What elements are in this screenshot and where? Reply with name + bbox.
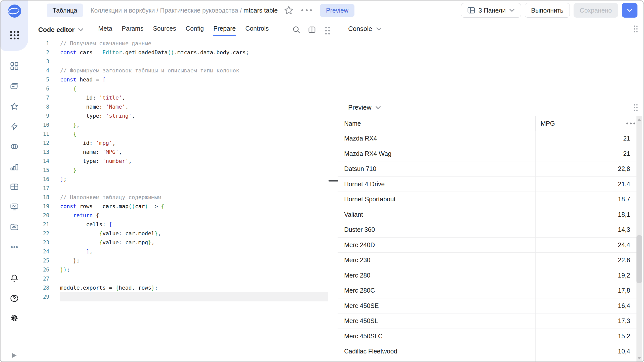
collections-icon[interactable] (10, 82, 19, 90)
preview-scrollbar[interactable] (636, 116, 642, 361)
code-text[interactable] (60, 274, 328, 283)
code-line[interactable]: 19const rows = cars.map((car) => { (28, 202, 328, 211)
code-text[interactable]: return { (60, 211, 328, 220)
console-drag-handle-icon[interactable] (632, 25, 639, 33)
scroll-up-icon[interactable] (637, 118, 641, 121)
table-options-icon[interactable] (626, 123, 635, 124)
code-text[interactable]: type: 'string', (60, 111, 328, 120)
monitoring-icon[interactable] (10, 203, 19, 211)
code-line[interactable]: 24 ], (28, 247, 328, 256)
scrollbar-thumb[interactable] (636, 235, 642, 283)
code-text[interactable]: const head = [ (60, 75, 328, 84)
code-line[interactable]: 6 { (28, 84, 328, 93)
favorite-star-icon[interactable] (284, 5, 294, 15)
code-line[interactable]: 23 {value: car.mpg}, (28, 238, 328, 247)
code-line[interactable]: 3 (28, 57, 328, 66)
splitter-handle[interactable] (329, 180, 338, 182)
code-line[interactable]: 4// Формируем заголовок таблицы и описыв… (28, 66, 328, 75)
code-text[interactable]: {value: car.mpg}, (60, 238, 328, 247)
preview-title[interactable]: Preview (348, 104, 371, 111)
code-text[interactable]: cells: [ (60, 220, 328, 229)
dashboards-icon[interactable] (10, 62, 19, 70)
tab-config[interactable]: Config (185, 23, 204, 36)
code-line[interactable]: 7 id: 'title', (28, 93, 328, 102)
code-text[interactable]: // Наполняем таблицу содержимым (60, 193, 328, 202)
panels-layout-button[interactable]: 3 Панели (461, 3, 521, 18)
code-text[interactable]: }; (60, 256, 328, 265)
doc-type-tab[interactable]: Таблица (47, 4, 83, 17)
code-line[interactable]: 18// Наполняем таблицу содержимым (28, 193, 328, 202)
breadcrumb[interactable]: Коллекции и воркбуки / Практические руко… (91, 7, 278, 14)
tab-sources[interactable]: Sources (152, 23, 177, 36)
code-line[interactable]: 2const cars = Editor.getLoadedData().mtc… (28, 48, 328, 57)
tab-meta[interactable]: Meta (98, 23, 113, 36)
connections-lightning-icon[interactable] (10, 122, 19, 131)
code-text[interactable]: type: 'number', (60, 157, 328, 166)
code-line[interactable]: 27 (28, 274, 328, 283)
code-text[interactable]: { (60, 84, 328, 93)
drag-handle-icon[interactable] (324, 26, 332, 34)
code-text[interactable]: id: 'title', (60, 93, 328, 102)
code-line[interactable]: 10 }, (28, 120, 328, 129)
code-text[interactable]: module.exports = {head, rows}; (60, 283, 328, 292)
code-line[interactable]: 29 (28, 292, 328, 301)
code-line[interactable]: 17 (28, 184, 328, 193)
code-text[interactable]: name: 'Name', (60, 102, 328, 111)
code-text[interactable] (60, 57, 328, 66)
code-line[interactable]: 14 type: 'number', (28, 157, 328, 166)
code-line[interactable]: 25 }; (28, 256, 328, 265)
code-text[interactable] (60, 184, 328, 193)
charts-icon[interactable] (10, 162, 19, 171)
code-line[interactable]: 26}); (28, 265, 328, 274)
panel-splitter[interactable] (333, 20, 337, 361)
apps-grid-icon[interactable] (10, 31, 19, 40)
save-dropdown-button[interactable] (622, 3, 637, 18)
code-text[interactable]: const cars = Editor.getLoadedData().mtca… (60, 48, 328, 57)
console-title[interactable]: Console (348, 25, 372, 33)
tab-params[interactable]: Params (121, 23, 144, 36)
code-lines[interactable]: 1// Получаем скачанные данные2const cars… (28, 39, 328, 361)
column-header-mpg[interactable]: MPG (536, 116, 637, 131)
code-line[interactable]: 21 cells: [ (28, 220, 328, 229)
column-header-name[interactable]: Name (338, 116, 536, 131)
code-line[interactable]: 13 name: 'MPG', (28, 148, 328, 157)
chevron-down-icon[interactable] (375, 106, 381, 109)
code-text[interactable]: ]; (60, 175, 328, 184)
code-line[interactable]: 15 } (28, 166, 328, 175)
code-line[interactable]: 5const head = [ (28, 75, 328, 84)
code-text[interactable]: { (60, 129, 328, 139)
code-line[interactable]: 8 name: 'Name', (28, 102, 328, 111)
more-items-icon[interactable] (10, 243, 19, 251)
storage-folder-icon[interactable] (10, 223, 19, 231)
code-text[interactable]: id: 'mpg', (60, 139, 328, 148)
help-icon[interactable] (10, 294, 19, 303)
code-text[interactable]: ], (60, 247, 328, 256)
split-view-icon[interactable] (308, 26, 316, 34)
chevron-down-icon[interactable] (376, 27, 382, 31)
datasets-icon[interactable] (10, 142, 19, 151)
tab-controls[interactable]: Controls (245, 23, 269, 36)
more-actions-icon[interactable] (301, 9, 312, 11)
code-text[interactable]: // Получаем скачанные данные (60, 39, 328, 48)
preview-drag-handle-icon[interactable] (632, 103, 639, 112)
code-line[interactable]: 16]; (28, 175, 328, 184)
code-line[interactable]: 1// Получаем скачанные данные (28, 39, 328, 48)
code-line[interactable]: 12 id: 'mpg', (28, 139, 328, 148)
preview-badge[interactable]: Preview (320, 4, 354, 17)
code-text[interactable]: // Формируем заголовок таблицы и описыва… (60, 66, 328, 75)
code-line[interactable]: 20 return { (28, 211, 328, 220)
notifications-bell-icon[interactable] (10, 274, 19, 282)
code-text[interactable]: const rows = cars.map((car) => { (60, 202, 328, 211)
favorites-star-icon[interactable] (10, 102, 19, 111)
chevron-down-icon[interactable] (78, 28, 84, 31)
settings-gear-icon[interactable] (10, 314, 19, 322)
breadcrumb-parents[interactable]: Коллекции и воркбуки / Практические руко… (91, 7, 244, 14)
tables-icon[interactable] (10, 183, 19, 191)
code-line[interactable]: 11 { (28, 129, 328, 139)
datalens-logo-icon[interactable] (8, 5, 21, 18)
code-text[interactable]: name: 'MPG', (60, 148, 328, 157)
code-line[interactable]: 22 {value: car.model}, (28, 229, 328, 238)
editor-title[interactable]: Code editor (38, 26, 74, 34)
code-text[interactable]: }); (60, 265, 328, 274)
code-text[interactable]: } (60, 166, 328, 175)
